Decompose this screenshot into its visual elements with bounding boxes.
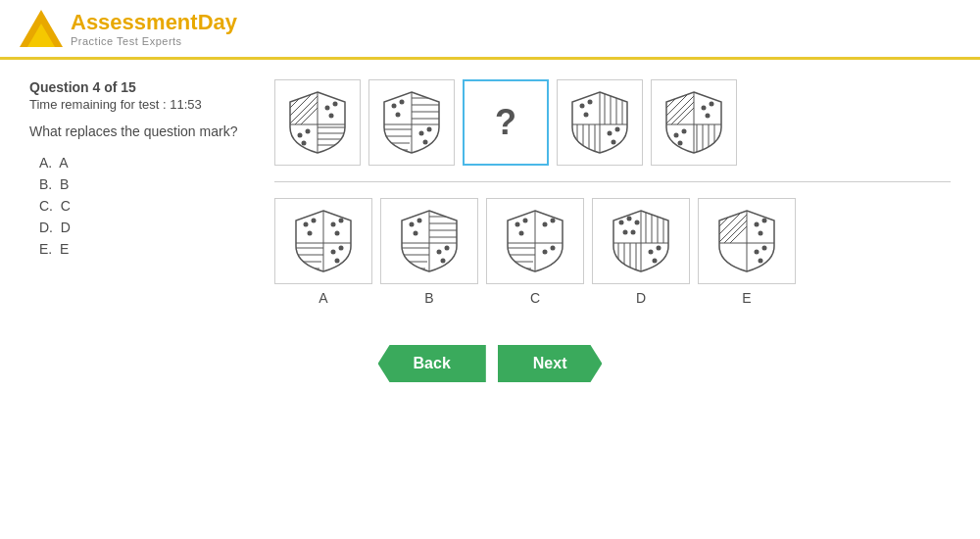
svg-point-72 xyxy=(339,219,344,223)
answer-label-b: B xyxy=(424,290,433,306)
shield-d[interactable] xyxy=(592,198,690,284)
answer-label-a: A xyxy=(318,290,327,306)
question-mark: ? xyxy=(495,102,516,143)
svg-point-95 xyxy=(445,246,450,251)
shield-e[interactable] xyxy=(698,198,796,284)
answer-col-e[interactable]: E xyxy=(698,198,796,306)
logo-text: AssessmentDay Practice Test Experts xyxy=(71,10,237,47)
logo-title-part1: Assessment xyxy=(71,10,198,34)
svg-point-78 xyxy=(331,250,336,255)
answer-label-e: E xyxy=(742,290,751,306)
svg-point-113 xyxy=(627,217,632,221)
back-button[interactable]: Back xyxy=(378,345,486,382)
left-panel: Question 4 of 15 Time remaining for test… xyxy=(29,79,245,306)
answer-col-a[interactable]: A xyxy=(274,198,372,306)
option-c[interactable]: C. C xyxy=(39,198,245,214)
svg-point-37 xyxy=(584,113,589,118)
svg-point-43 xyxy=(615,127,620,132)
svg-point-32 xyxy=(423,140,428,145)
svg-point-116 xyxy=(631,230,636,235)
svg-point-94 xyxy=(437,250,442,255)
shield-q5 xyxy=(651,79,737,166)
svg-point-109 xyxy=(551,246,556,251)
answer-col-b[interactable]: B xyxy=(380,198,478,306)
svg-point-136 xyxy=(762,219,767,223)
svg-point-35 xyxy=(580,104,585,109)
shield-c[interactable] xyxy=(486,198,584,284)
svg-point-99 xyxy=(515,222,520,227)
svg-point-114 xyxy=(635,220,640,225)
question-shields-row: ? xyxy=(274,79,951,166)
option-e[interactable]: E. E xyxy=(39,241,245,257)
answer-col-c[interactable]: C xyxy=(486,198,584,306)
answer-label-d: D xyxy=(636,290,646,306)
svg-point-8 xyxy=(333,102,338,107)
svg-point-14 xyxy=(298,133,303,138)
question-meta: Question 4 of 15 Time remaining for test… xyxy=(29,79,245,112)
svg-point-139 xyxy=(762,246,767,251)
svg-point-96 xyxy=(441,259,446,264)
logo-title: AssessmentDay xyxy=(71,10,237,35)
svg-point-103 xyxy=(551,219,556,223)
header: AssessmentDay Practice Test Experts xyxy=(0,0,980,60)
svg-point-101 xyxy=(519,231,524,236)
option-b[interactable]: B. B xyxy=(39,176,245,192)
navigation-buttons: Back Next xyxy=(0,345,980,382)
shield-a[interactable] xyxy=(274,198,372,284)
svg-point-19 xyxy=(392,104,397,109)
svg-point-140 xyxy=(759,259,763,264)
svg-point-70 xyxy=(308,231,313,236)
right-panel: ? xyxy=(274,79,951,306)
svg-point-115 xyxy=(623,230,628,235)
svg-point-56 xyxy=(702,106,707,111)
svg-point-85 xyxy=(414,231,418,236)
svg-point-9 xyxy=(329,114,334,119)
svg-point-20 xyxy=(400,100,405,105)
logo-icon xyxy=(20,10,63,47)
svg-point-100 xyxy=(523,219,528,223)
time-remaining: Time remaining for test : 11:53 xyxy=(29,97,245,112)
shield-q3-question: ? xyxy=(463,79,549,166)
answer-label-c: C xyxy=(530,290,540,306)
svg-point-7 xyxy=(325,106,330,111)
options-list: A. A B. B C. C D. D E. E xyxy=(29,155,245,257)
option-a[interactable]: A. A xyxy=(39,155,245,171)
question-number: Question 4 of 15 xyxy=(29,79,245,95)
svg-point-61 xyxy=(678,141,683,146)
svg-point-42 xyxy=(608,131,612,136)
svg-point-138 xyxy=(755,250,760,255)
svg-point-112 xyxy=(619,220,624,225)
svg-point-68 xyxy=(304,222,309,227)
svg-point-69 xyxy=(312,219,317,223)
svg-point-58 xyxy=(706,114,710,119)
svg-point-60 xyxy=(682,129,687,134)
svg-point-102 xyxy=(543,222,548,227)
shield-q2 xyxy=(368,79,455,166)
shield-q1 xyxy=(274,79,361,166)
svg-point-79 xyxy=(339,246,344,251)
svg-point-108 xyxy=(543,250,548,255)
shield-q4 xyxy=(557,79,643,166)
svg-point-125 xyxy=(649,250,654,255)
svg-point-59 xyxy=(674,133,679,138)
answer-col-d[interactable]: D xyxy=(592,198,690,306)
answer-shields-row: A xyxy=(274,198,951,306)
svg-point-30 xyxy=(419,131,424,136)
divider xyxy=(274,181,951,182)
svg-point-57 xyxy=(710,102,714,107)
svg-point-83 xyxy=(410,222,415,227)
logo-title-part2: Day xyxy=(198,10,237,34)
svg-point-73 xyxy=(335,231,340,236)
svg-point-44 xyxy=(612,140,616,145)
svg-point-137 xyxy=(759,231,763,236)
svg-point-126 xyxy=(657,246,662,251)
svg-point-31 xyxy=(427,127,432,132)
svg-point-36 xyxy=(588,100,593,105)
svg-point-127 xyxy=(653,259,658,264)
option-d[interactable]: D. D xyxy=(39,220,245,235)
next-button[interactable]: Next xyxy=(498,345,603,382)
svg-point-16 xyxy=(302,141,307,146)
question-text: What replaces the question mark? xyxy=(29,123,245,139)
main-content: Question 4 of 15 Time remaining for test… xyxy=(0,60,980,325)
shield-b[interactable] xyxy=(380,198,478,284)
